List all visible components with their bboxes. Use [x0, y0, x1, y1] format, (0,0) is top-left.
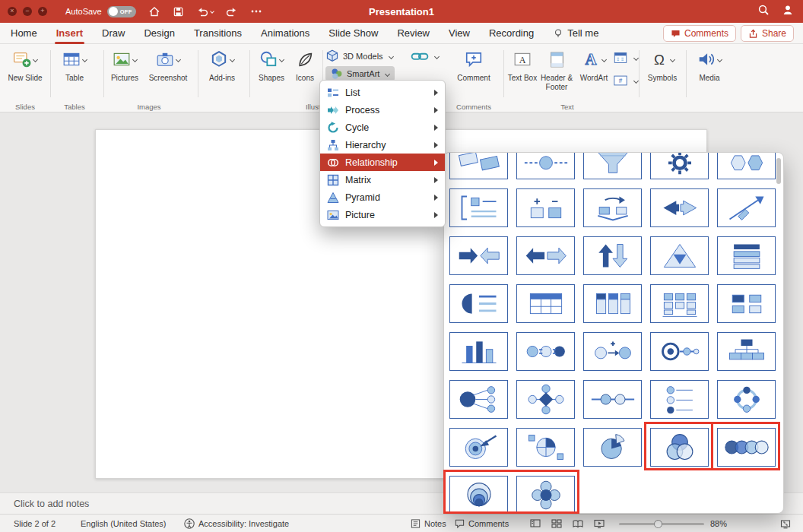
smartart-layout-gear[interactable]: [650, 152, 709, 179]
smartart-layout-dot-rows[interactable]: [650, 380, 709, 419]
smartart-layout-converging-arrows[interactable]: [449, 236, 508, 275]
fit-slide-button[interactable]: [780, 518, 791, 529]
smartart-layout-segmented-pyramid[interactable]: [650, 236, 709, 275]
reading-view-button[interactable]: [573, 518, 583, 529]
smartart-layout-opposing-arrows[interactable]: [650, 188, 709, 227]
smartart-layout-cycle-ring[interactable]: [717, 380, 776, 419]
smartart-layout-diverging-arrows[interactable]: [516, 236, 575, 275]
menu-item-relationship[interactable]: Relationship: [320, 154, 445, 171]
save-button[interactable]: [173, 6, 184, 17]
slide-indicator[interactable]: Slide 2 of 2: [14, 519, 56, 528]
media-button[interactable]: Media: [690, 47, 728, 83]
menu-item-pyramid[interactable]: Pyramid: [320, 188, 445, 206]
menu-item-hierarchy[interactable]: Hierarchy: [320, 136, 445, 154]
smartart-layout-paired-boxes[interactable]: [717, 284, 776, 323]
menu-item-list[interactable]: List: [320, 84, 445, 101]
search-button[interactable]: [757, 4, 770, 19]
tab-insert[interactable]: Insert: [56, 23, 83, 44]
comments-toggle-button[interactable]: Comments: [455, 518, 509, 528]
smartart-layout-hierarchy-boxes[interactable]: [717, 332, 776, 371]
menu-item-picture[interactable]: Picture: [320, 206, 445, 223]
smartart-layout-pie-chart[interactable]: [583, 428, 642, 467]
smartart-layout-table[interactable]: [516, 284, 575, 323]
smartart-layout-counterbalance[interactable]: [583, 188, 642, 227]
table-button[interactable]: Table: [56, 47, 94, 83]
smartart-layout-grouped-columns[interactable]: [650, 284, 709, 323]
smartart-layout-radial-list[interactable]: [449, 380, 508, 419]
comment-button[interactable]: Comment: [453, 47, 494, 83]
smartart-layout-circle-arrow-plus[interactable]: [583, 332, 642, 371]
3d-models-button[interactable]: 3D Models: [325, 49, 393, 64]
tab-animations[interactable]: Animations: [261, 23, 309, 44]
account-button[interactable]: [782, 4, 794, 19]
tab-home[interactable]: Home: [11, 23, 37, 44]
smartart-layout-nested-target-dots[interactable]: [650, 332, 709, 371]
text-box-button[interactable]: Text Box: [506, 47, 538, 83]
normal-view-button[interactable]: [530, 518, 541, 529]
comments-panel-button[interactable]: Comments: [663, 25, 736, 42]
date-time-button[interactable]: [613, 50, 638, 65]
slide-number-button[interactable]: [613, 73, 638, 88]
tab-recording[interactable]: Recording: [489, 23, 534, 44]
wordart-button[interactable]: WordArt: [576, 47, 612, 83]
smartart-layout-vertical-bars[interactable]: [449, 332, 508, 371]
shapes-button[interactable]: Shapes: [254, 47, 289, 83]
notes-toggle-button[interactable]: Notes: [411, 518, 446, 528]
add-ins-button[interactable]: Add-ins: [202, 47, 242, 83]
smartart-layout-funnel[interactable]: [583, 152, 642, 179]
more-commands-button[interactable]: [250, 5, 262, 17]
symbols-button[interactable]: Symbols: [643, 47, 681, 83]
smartart-layout-half-circle-list[interactable]: [449, 284, 508, 323]
gallery-scrollbar-thumb[interactable]: [776, 158, 781, 184]
tab-design[interactable]: Design: [144, 23, 174, 44]
smartart-layout-linear-venn[interactable]: [717, 428, 776, 467]
smartart-layout-basic-venn[interactable]: [650, 428, 709, 467]
pictures-button[interactable]: Pictures: [107, 47, 142, 83]
accessibility-status[interactable]: Accessibility: Investigate: [184, 518, 289, 529]
close-window-button[interactable]: [8, 7, 17, 16]
smartart-button[interactable]: SmartArt: [325, 66, 395, 81]
smartart-layout-circles-on-line[interactable]: [583, 380, 642, 419]
smartart-layout-stacked-venn[interactable]: [449, 476, 508, 514]
slideshow-button[interactable]: [594, 518, 605, 529]
smartart-layout-equation-circles[interactable]: [516, 332, 575, 371]
minimize-window-button[interactable]: [23, 7, 32, 16]
zoom-percent[interactable]: 88%: [710, 519, 727, 528]
menu-item-process[interactable]: Process: [320, 101, 445, 119]
smartart-layout-radial-venn[interactable]: [516, 476, 575, 514]
smartart-layout-plus-minus[interactable]: [516, 188, 575, 227]
redo-button[interactable]: [226, 5, 238, 17]
link-button[interactable]: [411, 49, 439, 64]
notes-placeholder[interactable]: Click to add notes: [14, 499, 89, 509]
menu-item-matrix[interactable]: Matrix: [320, 171, 445, 188]
menu-item-cycle[interactable]: Cycle: [320, 119, 445, 136]
tab-draw[interactable]: Draw: [102, 23, 125, 44]
smartart-layout-diamond-cluster[interactable]: [516, 380, 575, 419]
language-indicator[interactable]: English (United States): [81, 519, 167, 528]
smartart-layout-diagonal-arrow[interactable]: [717, 188, 776, 227]
screenshot-button[interactable]: Screenshot: [144, 47, 192, 83]
tab-slide-show[interactable]: Slide Show: [328, 23, 378, 44]
smartart-layout-hexagon-pair[interactable]: [717, 152, 776, 179]
slide-sorter-view-button[interactable]: [551, 518, 562, 529]
tab-review[interactable]: Review: [397, 23, 430, 44]
new-slide-button[interactable]: New Slide: [6, 47, 44, 83]
smartart-layout-quadrant-circle[interactable]: [516, 428, 575, 467]
undo-button[interactable]: [196, 5, 214, 17]
smartart-layout-stacked-list[interactable]: [717, 236, 776, 275]
smartart-layout-target-arrow[interactable]: [449, 428, 508, 467]
smartart-layout-arrows-up-down[interactable]: [583, 236, 642, 275]
share-button[interactable]: Share: [741, 25, 794, 42]
autosave-toggle[interactable]: OFF: [107, 6, 136, 17]
zoom-slider[interactable]: [619, 523, 704, 525]
zoom-window-button[interactable]: [38, 7, 47, 16]
header-footer-button[interactable]: Header & Footer: [537, 47, 576, 92]
home-quick-button[interactable]: [148, 5, 160, 17]
smartart-layout-segmented-columns[interactable]: [583, 284, 642, 323]
smartart-layout-bracket-list[interactable]: [449, 188, 508, 227]
zoom-slider-thumb[interactable]: [654, 520, 662, 528]
smartart-layout-circle-dashes[interactable]: [516, 152, 575, 179]
icons-button[interactable]: Icons: [290, 47, 320, 83]
smartart-layout-tilted-blocks[interactable]: [449, 152, 508, 179]
tab-transitions[interactable]: Transitions: [194, 23, 242, 44]
